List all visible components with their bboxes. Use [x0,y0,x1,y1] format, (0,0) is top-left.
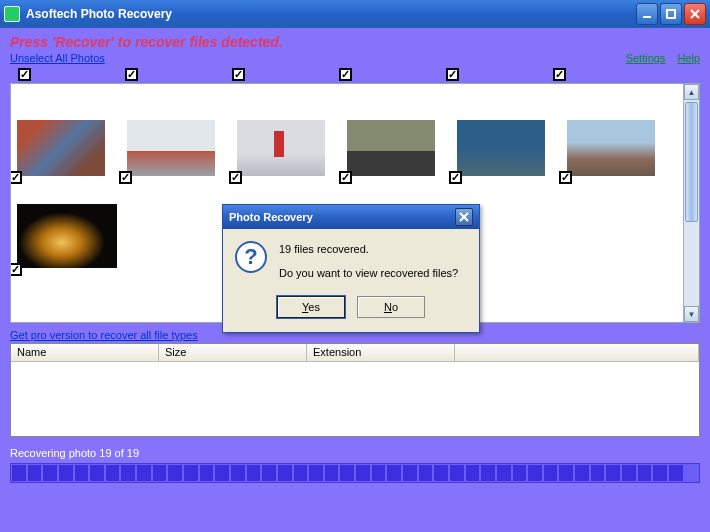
yes-button[interactable]: Yes [277,296,345,318]
photo-thumbnail[interactable] [567,120,655,176]
question-icon: ? [235,241,267,273]
photo-thumbnail[interactable] [237,120,325,176]
thumbnail-checkbox[interactable] [119,171,132,184]
no-button[interactable]: No [357,296,425,318]
photo-thumbnail[interactable] [17,204,117,268]
file-table: Name Size Extension [10,343,700,437]
gallery-scrollbar[interactable]: ▲ ▼ [683,84,699,322]
dialog-titlebar: Photo Recovery [223,205,479,229]
dialog-close-button[interactable] [455,208,473,226]
scroll-up-icon[interactable]: ▲ [684,84,699,100]
column-checkbox[interactable] [232,68,245,81]
dialog-message: 19 files recovered. Do you want to view … [279,241,458,282]
scroll-thumb[interactable] [685,102,698,222]
column-checkbox[interactable] [446,68,459,81]
main-window: Asoftech Photo Recovery Press 'Recover' … [0,0,710,532]
close-button[interactable] [684,3,706,25]
photo-thumbnail[interactable] [127,120,215,176]
thumbnail-checkbox[interactable] [559,171,572,184]
column-checkbox[interactable] [125,68,138,81]
progress-bar [10,463,700,483]
thumbnail-checkbox[interactable] [449,171,462,184]
titlebar: Asoftech Photo Recovery [0,0,710,28]
photo-thumbnail[interactable] [457,120,545,176]
thumbnail-checkbox[interactable] [10,171,22,184]
help-link[interactable]: Help [677,52,700,64]
column-checkbox[interactable] [553,68,566,81]
dialog-line1: 19 files recovered. [279,241,458,259]
window-title: Asoftech Photo Recovery [26,7,172,21]
pro-version-link[interactable]: Get pro version to recover all file type… [10,329,198,341]
column-header-size[interactable]: Size [159,344,307,361]
thumbnail-checkbox[interactable] [339,171,352,184]
column-checkboxes [12,68,700,81]
column-header-name[interactable]: Name [11,344,159,361]
maximize-button[interactable] [660,3,682,25]
status-text: Recovering photo 19 of 19 [10,447,700,459]
svg-rect-1 [667,10,675,18]
settings-link[interactable]: Settings [626,52,666,64]
instruction-text: Press 'Recover' to recover files detecte… [10,34,700,50]
thumbnail-checkbox[interactable] [229,171,242,184]
column-header-extension[interactable]: Extension [307,344,455,361]
dialog-title: Photo Recovery [229,211,313,223]
minimize-button[interactable] [636,3,658,25]
photo-thumbnail[interactable] [17,120,105,176]
photo-thumbnail[interactable] [347,120,435,176]
unselect-all-link[interactable]: Unselect All Photos [10,52,105,64]
thumbnail-checkbox[interactable] [10,263,22,276]
column-checkbox[interactable] [339,68,352,81]
recovery-dialog: Photo Recovery ? 19 files recovered. Do … [222,204,480,333]
table-header: Name Size Extension [11,344,699,362]
dialog-line2: Do you want to view recovered files? [279,265,458,283]
column-checkbox[interactable] [18,68,31,81]
scroll-down-icon[interactable]: ▼ [684,306,699,322]
app-icon [4,6,20,22]
column-header-empty [455,344,699,361]
